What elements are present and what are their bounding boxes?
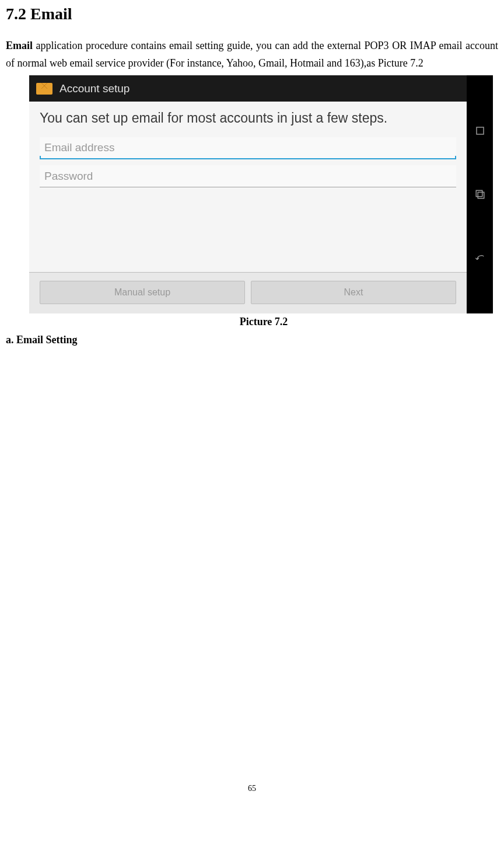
next-button[interactable]: Next [251,281,456,304]
figure-container: Account setup You can set up email for m… [29,75,498,328]
home-outline-icon[interactable] [475,126,485,136]
app-header-bar: Account setup [29,75,467,102]
screen-main: Account setup You can set up email for m… [29,75,467,313]
figure-caption: Picture 7.2 [29,316,498,328]
account-setup-screenshot: Account setup You can set up email for m… [29,75,493,313]
email-setting-subheading: a. Email Setting [6,334,498,346]
back-icon[interactable] [475,253,485,264]
paragraph-rest: application procedure contains email set… [6,40,498,69]
android-nav-bar [467,75,493,313]
content-area: You can set up email for most accounts i… [29,102,467,313]
paragraph-lead: Email [6,40,33,51]
intro-paragraph: Email application procedure contains ema… [6,37,498,72]
password-field[interactable]: Password [40,165,456,187]
app-header-title: Account setup [60,82,130,95]
manual-setup-button[interactable]: Manual setup [40,281,245,304]
svg-rect-2 [478,193,484,199]
button-row: Manual setup Next [29,272,467,313]
section-title: 7.2 Email [6,5,498,23]
recent-apps-icon[interactable] [475,189,485,200]
page-number: 65 [6,784,498,793]
envelope-icon [36,83,52,95]
email-field[interactable]: Email address [40,137,456,159]
svg-rect-0 [477,127,484,134]
svg-rect-1 [476,191,482,197]
setup-intro-text: You can set up email for most accounts i… [29,102,467,137]
